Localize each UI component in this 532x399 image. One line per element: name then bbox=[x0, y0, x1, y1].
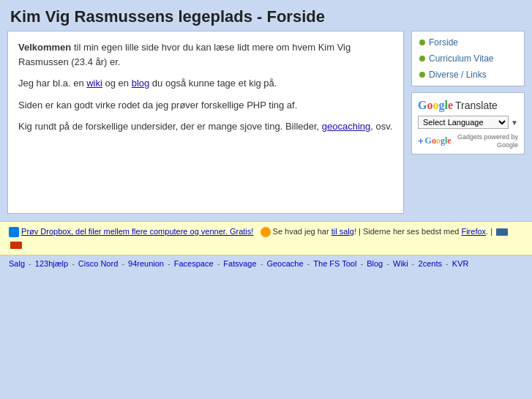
translate-label: Translate bbox=[455, 100, 498, 111]
blog-link[interactable]: blog bbox=[132, 78, 150, 89]
bottom-link-2cents[interactable]: 2cents bbox=[419, 259, 442, 268]
til-salg-link[interactable]: til salg bbox=[331, 227, 354, 236]
bold-velkommen: Velkommen bbox=[18, 42, 71, 53]
nav-dot-icon bbox=[419, 56, 425, 61]
paragraph-4: Kig rundt på de forskellige undersider, … bbox=[18, 119, 393, 134]
sidebar-item-diverse[interactable]: Diverse / Links bbox=[419, 70, 517, 80]
bottom-link-94reunion[interactable]: 94reunion bbox=[128, 259, 164, 268]
bottom-link-salg[interactable]: Salg bbox=[9, 259, 25, 268]
forside-link[interactable]: Forside bbox=[429, 37, 458, 48]
bottom-link-kvr[interactable]: KVR bbox=[452, 259, 469, 268]
translate-header: Google Translate bbox=[418, 99, 518, 112]
dropdown-arrow: ▼ bbox=[511, 119, 518, 127]
dropbox-link[interactable]: Prøv Dropbox, del filer mellem flere com… bbox=[21, 227, 253, 236]
icon-small-2 bbox=[10, 242, 22, 249]
sidebar: Forside Curriculum Vitae Diverse / Links… bbox=[411, 31, 525, 214]
bottom-link-fstool[interactable]: The FS Tool bbox=[313, 259, 356, 268]
bottom-link-cisco[interactable]: Cisco Nord bbox=[78, 259, 118, 268]
paragraph-1: Velkommen til min egen lille side hvor d… bbox=[18, 40, 393, 69]
p4-prefix: Kig rundt på de forskellige undersider, … bbox=[18, 121, 322, 132]
nav-panel: Forside Curriculum Vitae Diverse / Links bbox=[411, 31, 525, 86]
paragraph-3: Siden er kan godt virke rodet da jeg prø… bbox=[18, 98, 393, 113]
paragraph-2: Jeg har bl.a. en wiki og en blog du også… bbox=[18, 76, 393, 91]
bottom-link-geocache[interactable]: Geocache bbox=[266, 259, 303, 268]
nav-dot-icon bbox=[419, 40, 425, 45]
gadgets-powered-text: Gadgets powered by Google bbox=[452, 133, 518, 149]
wiki-link[interactable]: wiki bbox=[86, 78, 102, 89]
bottom-link-wiki[interactable]: Wiki bbox=[393, 259, 408, 268]
bottom-link-facespace[interactable]: Facespace bbox=[174, 259, 214, 268]
bottom-link-blog[interactable]: Blog bbox=[367, 259, 383, 268]
geocaching-link[interactable]: geocaching bbox=[322, 121, 371, 132]
firefox-link[interactable]: Firefox bbox=[461, 227, 486, 236]
translate-widget: Google Translate Select Language Danish … bbox=[411, 92, 525, 154]
cv-link[interactable]: Curriculum Vitae bbox=[429, 53, 493, 64]
bottom-bar: Prøv Dropbox, del filer mellem flere com… bbox=[0, 221, 532, 256]
page-title: Kim Vig Rasmussens legeplads - Forside bbox=[10, 7, 522, 26]
dropbox-sun-icon bbox=[261, 227, 271, 237]
bottom-mid-text: Se hvad jeg har bbox=[273, 227, 331, 236]
sidebar-item-forside[interactable]: Forside bbox=[419, 37, 517, 48]
sidebar-item-cv[interactable]: Curriculum Vitae bbox=[419, 53, 517, 64]
icon-small-1 bbox=[496, 228, 508, 236]
google-plus-logo: + Google bbox=[418, 135, 452, 146]
bottom-links: Salg - 123hjælp - Cisco Nord - 94reunion… bbox=[0, 256, 532, 272]
language-select-row[interactable]: Select Language Danish English German Fr… bbox=[418, 116, 518, 129]
diverse-link[interactable]: Diverse / Links bbox=[429, 70, 487, 80]
plus-icon: + bbox=[418, 135, 424, 146]
bottom-end: . | bbox=[486, 227, 492, 236]
translate-footer: + Google Gadgets powered by Google bbox=[418, 133, 518, 149]
google-logo: Google bbox=[418, 99, 453, 112]
bottom-suffix: ! | Siderne her ses bedst med bbox=[354, 227, 462, 236]
p2-suffix: du også kunne tage et kig på. bbox=[149, 78, 277, 89]
language-select[interactable]: Select Language Danish English German Fr… bbox=[418, 116, 509, 129]
bottom-link-fatsvage[interactable]: Fatsvage bbox=[223, 259, 256, 268]
nav-dot-icon bbox=[419, 72, 425, 78]
p4-suffix: , osv. bbox=[370, 121, 392, 132]
p2-mid: og en bbox=[102, 78, 132, 89]
main-content: Velkommen til min egen lille side hvor d… bbox=[7, 31, 404, 214]
p2-prefix: Jeg har bl.a. en bbox=[18, 78, 86, 89]
dropbox-icon bbox=[9, 227, 19, 237]
bottom-link-123hjaelp[interactable]: 123hjælp bbox=[35, 259, 68, 268]
google-text: Google bbox=[425, 135, 452, 146]
